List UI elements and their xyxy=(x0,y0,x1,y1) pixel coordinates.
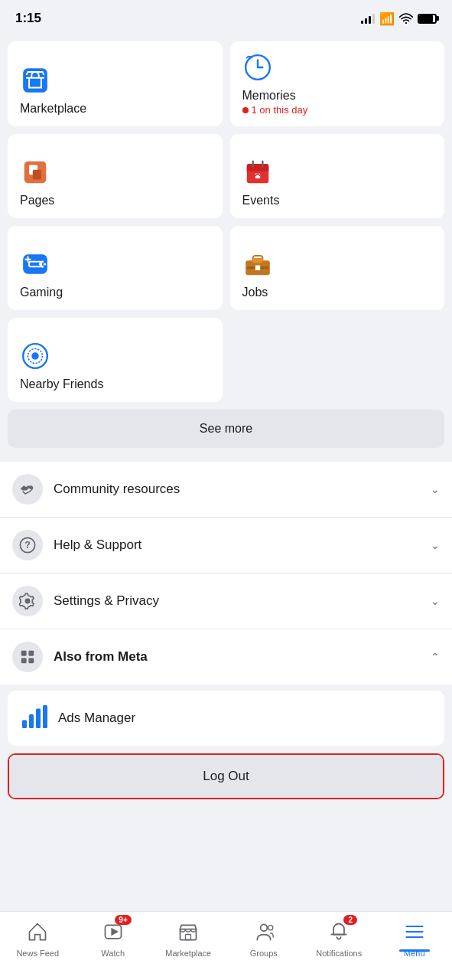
wifi-icon: 📶 xyxy=(379,11,395,26)
content-area: Marketplace Memories 1 on this day xyxy=(0,34,452,868)
marketplace-icon xyxy=(20,65,50,96)
svg-point-43 xyxy=(268,926,272,930)
svg-point-17 xyxy=(39,263,41,265)
grid-icon xyxy=(12,642,43,672)
tab-watch[interactable]: 9+ Watch xyxy=(86,918,140,958)
tab-bar: News Feed 9+ Watch Marketplace xyxy=(0,911,452,980)
groups-tab-label: Groups xyxy=(250,949,278,958)
memories-card[interactable]: Memories 1 on this day xyxy=(230,41,445,126)
marketplace-tab-icon xyxy=(177,921,199,942)
ads-manager-label: Ads Manager xyxy=(58,710,135,726)
pages-label: Pages xyxy=(20,194,210,207)
tab-groups[interactable]: Groups xyxy=(237,918,291,958)
pages-icon xyxy=(20,157,50,188)
svg-rect-20 xyxy=(252,258,262,263)
list-section: Community resources ⌄ ? Help & Support ⌄ xyxy=(0,462,452,684)
settings-privacy-item[interactable]: Settings & Privacy ⌄ xyxy=(0,573,452,629)
gaming-card[interactable]: Gaming xyxy=(8,226,223,310)
svg-point-26 xyxy=(22,486,26,490)
status-bar: 1:15 📶 xyxy=(0,0,452,34)
svg-point-0 xyxy=(405,22,407,24)
chevron-up-icon: ⌃ xyxy=(431,651,440,663)
svg-marker-40 xyxy=(111,928,119,936)
help-support-item[interactable]: ? Help & Support ⌄ xyxy=(0,518,452,573)
svg-point-27 xyxy=(29,486,33,490)
events-icon xyxy=(242,157,273,188)
bell-icon-wrap: 2 xyxy=(325,918,353,946)
groups-icon-wrap xyxy=(250,918,278,946)
community-resources-label: Community resources xyxy=(54,482,431,497)
tab-news-feed[interactable]: News Feed xyxy=(11,918,64,958)
memories-dot xyxy=(242,107,249,113)
status-icons: 📶 xyxy=(361,11,437,26)
svg-rect-35 xyxy=(22,720,27,729)
home-icon-wrap xyxy=(24,918,51,946)
also-from-meta-label: Also from Meta xyxy=(54,649,431,665)
svg-text:?: ? xyxy=(24,540,31,550)
svg-rect-33 xyxy=(21,658,27,663)
chevron-down-icon: ⌄ xyxy=(431,483,440,495)
watch-icon-wrap: 9+ xyxy=(99,918,127,946)
pages-card[interactable]: Pages xyxy=(8,134,223,218)
help-support-label: Help & Support xyxy=(54,537,431,553)
jobs-label: Jobs xyxy=(242,286,433,299)
tab-menu[interactable]: Menu xyxy=(388,918,441,958)
memories-icon xyxy=(242,52,273,83)
svg-rect-37 xyxy=(36,709,41,729)
marketplace-tab-icon-wrap xyxy=(174,918,202,946)
groups-icon xyxy=(253,921,275,942)
notifications-tab-label: Notifications xyxy=(316,949,362,958)
gear-icon xyxy=(12,586,43,616)
settings-privacy-label: Settings & Privacy xyxy=(54,593,431,609)
svg-rect-31 xyxy=(21,651,27,656)
svg-point-30 xyxy=(25,599,31,604)
events-card[interactable]: Events xyxy=(230,134,445,218)
menu-icon xyxy=(404,921,425,942)
svg-rect-5 xyxy=(33,170,41,180)
also-from-meta-item[interactable]: Also from Meta ⌃ xyxy=(0,629,452,684)
ads-manager-card[interactable]: Ads Manager xyxy=(8,691,444,746)
svg-rect-22 xyxy=(255,266,259,270)
svg-point-42 xyxy=(260,924,267,931)
svg-point-24 xyxy=(31,352,39,360)
see-more-button[interactable]: See more xyxy=(8,410,444,448)
svg-rect-36 xyxy=(29,714,34,728)
gaming-icon xyxy=(20,249,50,279)
tab-marketplace[interactable]: Marketplace xyxy=(161,918,215,958)
home-icon xyxy=(27,921,48,942)
menu-icon-wrap xyxy=(401,918,428,946)
news-feed-tab-label: News Feed xyxy=(16,949,59,958)
gaming-label: Gaming xyxy=(20,286,210,299)
notifications-badge: 2 xyxy=(343,915,357,925)
logout-wrapper: Log Out xyxy=(8,753,444,799)
question-icon: ? xyxy=(12,530,43,560)
handshake-icon xyxy=(12,474,43,505)
nearby-friends-card[interactable]: Nearby Friends xyxy=(8,318,223,402)
jobs-icon xyxy=(242,249,273,279)
tab-active-underline xyxy=(399,949,430,952)
community-resources-item[interactable]: Community resources ⌄ xyxy=(0,462,452,518)
svg-point-15 xyxy=(41,260,44,263)
memories-sub: 1 on this day xyxy=(242,104,433,116)
nearby-friends-icon xyxy=(20,341,50,371)
section-divider-1 xyxy=(0,456,452,462)
svg-point-16 xyxy=(44,263,46,265)
marketplace-tab-label: Marketplace xyxy=(165,949,211,958)
events-label: Events xyxy=(242,194,433,207)
svg-rect-38 xyxy=(43,705,47,728)
status-time: 1:15 xyxy=(15,11,41,26)
jobs-card[interactable]: Jobs xyxy=(230,226,445,310)
bottom-spacer xyxy=(0,799,452,868)
svg-rect-34 xyxy=(28,658,34,663)
watch-badge: 9+ xyxy=(115,915,131,925)
signal-icon xyxy=(361,13,375,24)
nearby-friends-label: Nearby Friends xyxy=(20,377,210,391)
tab-notifications[interactable]: 2 Notifications xyxy=(312,918,366,958)
marketplace-label: Marketplace xyxy=(20,102,210,116)
watch-tab-label: Watch xyxy=(101,949,125,958)
marketplace-card[interactable]: Marketplace xyxy=(8,41,223,126)
logout-button[interactable]: Log Out xyxy=(9,755,443,798)
battery-icon xyxy=(418,14,437,24)
chevron-down-icon: ⌄ xyxy=(431,595,440,607)
wifi-icon xyxy=(399,13,413,24)
